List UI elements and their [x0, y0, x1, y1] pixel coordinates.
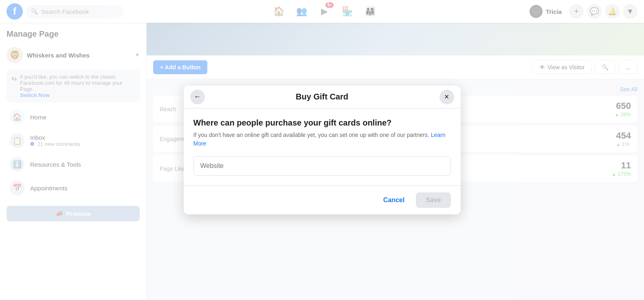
modal-close-button[interactable]: × [440, 90, 454, 104]
buy-gift-card-modal: ← Buy Gift Card × Where can people purch… [184, 86, 461, 214]
website-input[interactable] [193, 156, 451, 176]
save-button[interactable]: Save [416, 192, 451, 208]
cancel-button[interactable]: Cancel [377, 192, 411, 208]
modal-title: Buy Gift Card [296, 92, 348, 101]
modal-overlay: ← Buy Gift Card × Where can people purch… [0, 0, 644, 300]
modal-back-button[interactable]: ← [190, 90, 205, 104]
modal-description: If you don't have an online gift card av… [193, 131, 451, 148]
modal-footer: Cancel Save [184, 185, 461, 214]
modal-header: ← Buy Gift Card × [184, 86, 461, 108]
modal-question: Where can people purchase your gift card… [193, 118, 451, 128]
modal-body: Where can people purchase your gift card… [184, 108, 461, 185]
